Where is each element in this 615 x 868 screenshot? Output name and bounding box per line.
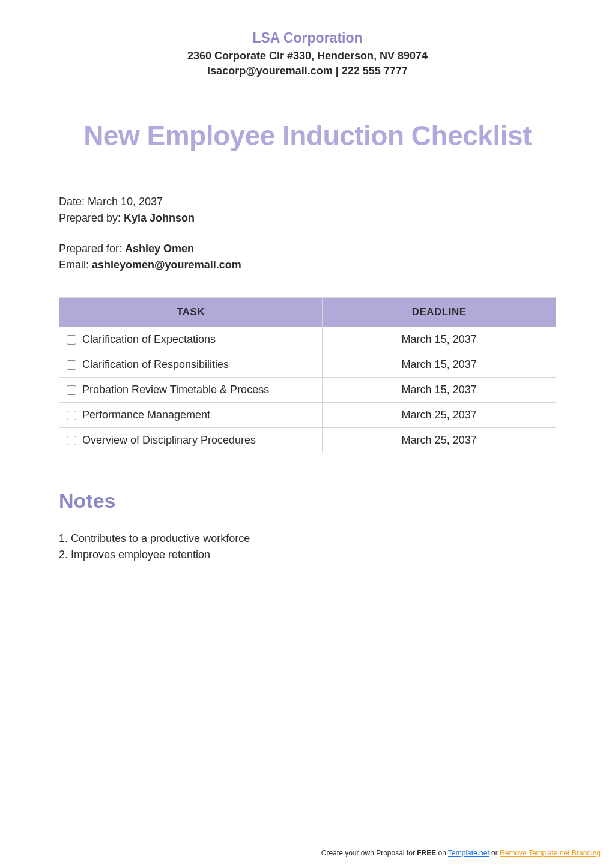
task-label: Probation Review Timetable & Process: [82, 384, 269, 396]
footer-link-template[interactable]: Template.net: [448, 849, 489, 857]
note-item: 2. Improves employee retention: [59, 547, 556, 563]
footer: Create your own Proposal for FREE on Tem…: [321, 849, 601, 857]
date-label: Date:: [59, 196, 88, 208]
task-label: Performance Management: [82, 409, 210, 421]
company-contact: lsacorp@youremail.com | 222 555 7777: [59, 65, 556, 77]
table-row: Clarification of Expectations March 15, …: [59, 327, 556, 352]
table-row: Probation Review Timetable & Process Mar…: [59, 378, 556, 403]
deadline-value: March 15, 2037: [323, 327, 556, 352]
deadline-value: March 25, 2037: [323, 428, 556, 453]
document-title: New Employee Induction Checklist: [59, 119, 556, 152]
date-row: Date: March 10, 2037: [59, 194, 556, 210]
task-label: Overview of Disciplinary Procedures: [82, 434, 256, 447]
table-row: Overview of Disciplinary Procedures Marc…: [59, 428, 556, 453]
deadline-header: DEADLINE: [323, 298, 556, 327]
meta-block-1: Date: March 10, 2037 Prepared by: Kyla J…: [59, 194, 556, 226]
prepared-by-value: Kyla Johnson: [124, 212, 195, 224]
checklist-table: TASK DEADLINE Clarification of Expectati…: [59, 297, 556, 453]
email-value: ashleyomen@youremail.com: [92, 259, 241, 271]
company-name: LSA Corporation: [59, 30, 556, 46]
deadline-value: March 15, 2037: [323, 352, 556, 378]
checkbox-icon[interactable]: [67, 436, 76, 445]
prepared-by-row: Prepared by: Kyla Johnson: [59, 210, 556, 226]
footer-or: or: [489, 849, 500, 857]
prepared-for-label: Prepared for:: [59, 243, 125, 255]
footer-prefix: Create your own Proposal for: [321, 849, 417, 857]
table-row: Clarification of Responsibilities March …: [59, 352, 556, 378]
company-address: 2360 Corporate Cir #330, Henderson, NV 8…: [59, 50, 556, 62]
checkbox-icon[interactable]: [67, 335, 76, 345]
prepared-for-value: Ashley Omen: [125, 243, 194, 255]
table-row: Performance Management March 25, 2037: [59, 403, 556, 428]
email-row: Email: ashleyomen@youremail.com: [59, 257, 556, 273]
checkbox-icon[interactable]: [67, 360, 76, 370]
checkbox-icon[interactable]: [67, 385, 76, 395]
footer-free: FREE: [417, 849, 436, 857]
deadline-value: March 15, 2037: [323, 378, 556, 403]
prepared-for-row: Prepared for: Ashley Omen: [59, 241, 556, 257]
task-header: TASK: [59, 298, 323, 327]
email-label: Email:: [59, 259, 92, 271]
notes-list: 1. Contributes to a productive workforce…: [59, 531, 556, 563]
checkbox-icon[interactable]: [67, 411, 76, 420]
task-label: Clarification of Expectations: [82, 333, 216, 346]
footer-on: on: [436, 849, 448, 857]
footer-link-remove-branding[interactable]: Remove Template.net Branding: [500, 849, 601, 857]
note-item: 1. Contributes to a productive workforce: [59, 531, 556, 547]
deadline-value: March 25, 2037: [323, 403, 556, 428]
notes-heading: Notes: [59, 489, 556, 513]
date-value: March 10, 2037: [88, 196, 163, 208]
meta-block-2: Prepared for: Ashley Omen Email: ashleyo…: [59, 241, 556, 273]
prepared-by-label: Prepared by:: [59, 212, 124, 224]
task-label: Clarification of Responsibilities: [82, 358, 229, 371]
